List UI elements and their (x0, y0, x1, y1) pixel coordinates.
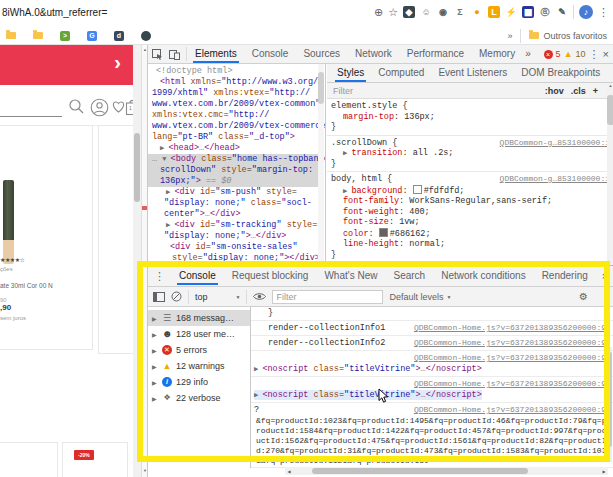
styles-tab-event-listeners[interactable]: Event Listeners (436, 64, 509, 82)
css-property-line[interactable]: ▶ transition: all .2s; (331, 148, 610, 159)
eye-icon[interactable] (253, 292, 266, 301)
source-link[interactable]: QDBCommon-Home.js?v=637201389356200000:9 (414, 322, 609, 333)
device-toolbar-icon[interactable] (169, 49, 180, 60)
page-scrollbar-thumb[interactable] (134, 133, 140, 202)
css-property-value[interactable]: 400; (409, 207, 429, 217)
dom-tree-line[interactable]: ▶ <div id="sm-tracking" style= (148, 220, 318, 231)
css-property-name[interactable]: background (351, 186, 402, 196)
context-selector[interactable]: top ▼ (195, 292, 240, 302)
warning-badge-icon[interactable]: ▲ (564, 50, 573, 59)
dom-tree-line[interactable]: <html xmlns="http://www.w3.org/ (148, 77, 318, 88)
console-filter-verb[interactable]: ▶❖22 verbose (148, 390, 250, 406)
color-swatch[interactable] (379, 228, 388, 237)
devtools-close-icon[interactable]: × (603, 47, 609, 61)
console-scrollbar-thumb[interactable] (607, 352, 612, 447)
css-property-value[interactable]: all .2s; (413, 148, 454, 158)
dom-tree-line[interactable]: 1999/xhtml" xmlns:vtex="http:// (148, 88, 318, 99)
extension-icon[interactable]: ⚡ (505, 6, 517, 18)
more-tabs-icon[interactable]: » (523, 45, 533, 63)
dom-node-preview[interactable]: ▶ <noscript class="titleVitrine">…</nosc… (254, 390, 609, 401)
extension-icon[interactable]: ◉ (437, 6, 449, 18)
product-card[interactable] (62, 442, 128, 477)
toggle-hover-button[interactable]: :hov (545, 86, 564, 96)
css-selector[interactable]: element.style { (331, 101, 408, 112)
styles-scrollbar[interactable] (607, 83, 613, 265)
stylesheet-link[interactable]: QDBCommon-g…853100000:1 (500, 174, 610, 185)
css-property-value[interactable]: WorkSans-Regular,sans-serif; (409, 196, 552, 206)
bookmark-item[interactable] (141, 31, 155, 41)
css-property-value[interactable]: #fdfdfd; (424, 186, 465, 196)
css-property-name[interactable]: color (343, 229, 369, 239)
browser-menu-icon[interactable]: ⋮ (598, 5, 609, 19)
css-property-name[interactable]: font-family (343, 196, 399, 206)
product-name[interactable]: ate 30ml Cor 00 N (0, 282, 53, 289)
dom-tree-line[interactable]: www.vtex.com.br/2009/vtex-commerce" (148, 121, 318, 132)
address-bar-url[interactable]: 8iWhA.0&utm_referrer= (2, 7, 107, 18)
console-filter-msg[interactable]: ▶☰168 messag… (148, 310, 250, 326)
console-hscrollbar-thumb[interactable] (312, 468, 528, 474)
profile-avatar[interactable]: ♪ (579, 5, 593, 19)
scroll-left-icon[interactable]: ◀ (285, 469, 293, 474)
css-selector[interactable]: .scrollDown { (331, 138, 397, 149)
bookmark-item[interactable]: > (60, 31, 74, 41)
extension-icon[interactable]: ✎ (556, 6, 568, 18)
page-actions-icon[interactable]: ⊕ (374, 5, 383, 19)
css-property-line[interactable]: font-weight: 400; (331, 207, 610, 218)
styles-tab-dom-breakpoints[interactable]: DOM Breakpoints (519, 64, 602, 82)
tab-sources[interactable]: Sources (301, 45, 342, 63)
expand-icon[interactable]: ▶ (152, 363, 158, 370)
banner-next-icon[interactable]: › (114, 51, 121, 74)
product-card[interactable] (0, 442, 58, 477)
source-link[interactable]: QDBCommon-Home.js?v=637201389356200000:9 (414, 379, 609, 388)
error-count[interactable]: 5 (556, 49, 561, 59)
console-sidebar-toggle-icon[interactable] (153, 292, 165, 302)
dom-tree-line[interactable]: <div id="sm-onsite-sales" (148, 242, 318, 253)
console-filter-user[interactable]: ▶☻128 user me… (148, 326, 250, 342)
expand-icon[interactable]: ▶ (152, 379, 158, 386)
error-badge-icon[interactable]: × (544, 50, 553, 59)
css-property-line[interactable]: font-size: 1vw; (331, 217, 610, 228)
css-property-line[interactable]: ▶ background: #fdfdfd; (331, 185, 610, 197)
bookmark-item[interactable]: d (114, 31, 128, 41)
new-rule-button[interactable]: + (593, 86, 598, 96)
drawer-close-icon[interactable]: × (602, 270, 612, 282)
warning-count[interactable]: 10 (576, 49, 586, 59)
toggle-class-button[interactable]: .cls (571, 86, 586, 96)
log-levels-selector[interactable]: Default levels ▼ (389, 292, 451, 302)
expand-icon[interactable]: ▶ (152, 395, 158, 402)
extension-icon[interactable]: Σ (454, 6, 466, 18)
page-scrollbar[interactable] (133, 45, 141, 477)
css-selector[interactable]: body, html { (331, 174, 392, 185)
devtools-menu-icon[interactable]: ⋮ (589, 47, 600, 61)
dom-tree-line[interactable]: … ▼ <body class="home has--topbanner (148, 154, 318, 165)
styles-scrollbar-thumb[interactable] (607, 95, 613, 125)
tab-network[interactable]: Network (353, 45, 394, 63)
extension-icon[interactable]: L (488, 6, 500, 18)
extension-icon[interactable]: ▦ (522, 6, 534, 18)
drawer-menu-icon[interactable]: ⋮ (154, 269, 165, 283)
dom-tree-line[interactable]: "display: none;">…</div> (148, 231, 318, 242)
source-link[interactable]: QDBCommon-Home.js?v=637201389356200000:9 (414, 337, 609, 348)
expand-icon[interactable]: ▶ (152, 315, 158, 322)
search-input[interactable] (0, 116, 62, 117)
css-property-line[interactable]: line-height: normal; (331, 239, 610, 250)
css-property-value[interactable]: 1vw; (399, 217, 419, 227)
tab-performance[interactable]: Performance (405, 45, 466, 63)
console-filter-warn[interactable]: ▶▲12 warnings (148, 358, 250, 374)
dom-tree-line[interactable]: center">…</div> (148, 209, 318, 220)
extension-icon[interactable]: ☺ (420, 6, 432, 18)
drawer-tab-network-conditions[interactable]: Network conditions (439, 267, 527, 285)
console-filter-info[interactable]: ▶i129 info (148, 374, 250, 390)
bookmark-item[interactable] (6, 32, 20, 39)
elements-scrollbar-thumb[interactable] (318, 72, 324, 104)
css-property-value[interactable]: 136px; (404, 112, 435, 122)
search-icon[interactable] (68, 98, 85, 115)
extension-icon[interactable]: ● (471, 6, 483, 18)
css-property-name[interactable]: transition (351, 148, 402, 158)
product-card[interactable] (98, 125, 133, 354)
dom-tree-line[interactable]: lang="pt-BR" class="_d-top"> (148, 132, 318, 143)
css-property-value[interactable]: #686162; (390, 229, 431, 239)
dom-tree-line[interactable]: <!doctype html> (148, 66, 318, 77)
extension-icon[interactable]: ◆ (403, 6, 415, 18)
css-property-name[interactable]: margin-top (343, 112, 394, 122)
